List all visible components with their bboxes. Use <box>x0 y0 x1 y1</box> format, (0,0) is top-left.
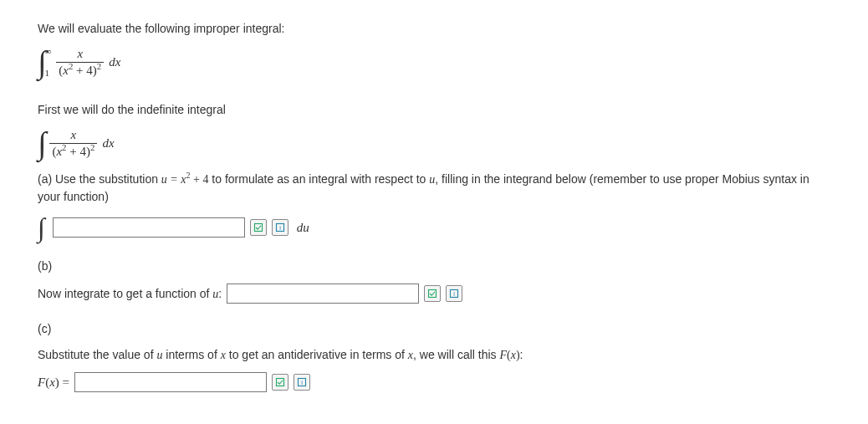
help-icon[interactable]: i <box>272 219 288 236</box>
denominator: (x2 + 4)2 <box>56 62 104 78</box>
part-a-row: ∫ i du <box>38 214 830 241</box>
integrand-input[interactable] <box>53 217 245 238</box>
indefinite-integral: ∫ x (x2 + 4)2 dx <box>38 127 830 159</box>
integral-sign-icon: ∫ <box>38 46 46 78</box>
svg-rect-6 <box>277 379 284 386</box>
integral-sign-icon: ∫ <box>38 214 45 241</box>
fx-label: F(x) = <box>38 375 69 390</box>
function-of-u-input[interactable] <box>227 284 419 304</box>
numerator: x <box>69 128 79 143</box>
preview-icon[interactable] <box>272 374 288 391</box>
svg-text:i: i <box>301 379 303 386</box>
part-b-row: Now integrate to get a function of u: i <box>38 284 830 304</box>
part-c-label: (c) <box>38 320 830 338</box>
preview-icon[interactable] <box>424 285 441 302</box>
help-icon[interactable]: i <box>294 374 310 391</box>
denominator: (x2 + 4)2 <box>49 143 97 159</box>
part-a-text: (a) Use the substitution u = x2 + 4 to f… <box>38 171 830 206</box>
svg-text:i: i <box>453 290 455 298</box>
dx: dx <box>102 136 114 151</box>
numerator: x <box>74 47 85 62</box>
fx-input[interactable] <box>74 372 267 392</box>
part-c-row: F(x) = i <box>38 372 830 392</box>
du-label: du <box>297 221 309 235</box>
improper-integral: ∫ ∞ 1 x (x2 + 4)2 dx <box>38 46 830 78</box>
part-b-label: (b) <box>38 258 830 275</box>
svg-rect-3 <box>429 290 437 298</box>
help-icon[interactable]: i <box>446 285 462 302</box>
integral-sign-icon: ∫ <box>38 127 46 159</box>
intro-text: We will evaluate the following improper … <box>38 20 830 38</box>
dx: dx <box>109 55 120 69</box>
svg-rect-0 <box>254 224 262 232</box>
part-b-text: Now integrate to get a function of u: <box>38 287 222 301</box>
first-line: First we will do the indefinite integral <box>38 101 830 119</box>
part-c-text: Substitute the value of u interms of x t… <box>38 346 830 364</box>
preview-icon[interactable] <box>250 219 267 236</box>
svg-text:i: i <box>279 224 281 232</box>
